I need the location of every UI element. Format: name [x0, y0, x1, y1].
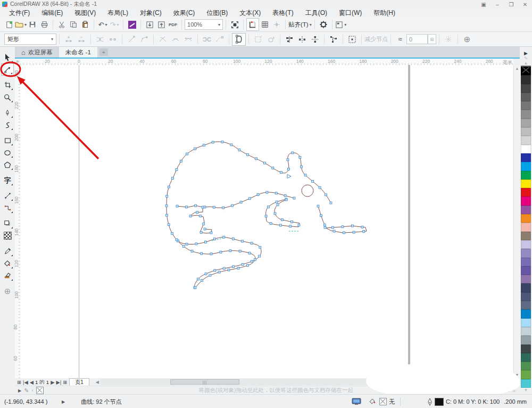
symmetrical-node-button[interactable] [182, 34, 195, 45]
curve-node[interactable] [200, 215, 202, 217]
curve-node[interactable] [324, 226, 326, 229]
curve-node[interactable] [289, 225, 292, 227]
curve-node[interactable] [242, 263, 244, 265]
scroll-up-icon[interactable]: ▲ [516, 65, 519, 70]
color-swatch-26[interactable] [521, 292, 531, 301]
curve-node[interactable] [240, 201, 242, 203]
color-swatch-16[interactable] [521, 206, 531, 214]
curve-node[interactable] [229, 250, 231, 252]
curve-node[interactable] [299, 156, 301, 158]
docpal-expand-icon[interactable]: ▶ [18, 388, 21, 393]
reflect-nodes-vertical-button[interactable] [309, 34, 321, 45]
curve-node[interactable] [209, 274, 211, 276]
curve-node[interactable] [232, 238, 234, 240]
menu-item-2[interactable]: 视图(V) [69, 9, 102, 18]
curve-node[interactable] [292, 152, 294, 154]
curve-node[interactable] [342, 226, 344, 228]
curve-node[interactable] [285, 199, 287, 201]
curve-node[interactable] [221, 141, 223, 143]
color-swatch-1[interactable] [521, 75, 531, 84]
curve-node[interactable] [238, 149, 240, 151]
curve-node[interactable] [203, 144, 205, 146]
curve-node[interactable] [291, 221, 293, 223]
curve-node[interactable] [196, 211, 198, 214]
propbar-plus-button[interactable]: ⊕ [461, 34, 473, 45]
curve-node[interactable] [351, 225, 353, 227]
palette-scroll-up-icon[interactable]: ▲ [524, 61, 528, 66]
account-icon[interactable]: ▣ [477, 1, 491, 8]
page-tab[interactable]: 页1 [69, 378, 89, 386]
reduce-nodes-button[interactable]: 减少节点 [364, 34, 388, 45]
curve-node[interactable] [254, 258, 256, 260]
palette-scroll-down-icon[interactable]: ▼ [524, 388, 528, 393]
snap-grid-toggle[interactable] [442, 34, 455, 45]
curve-node[interactable] [166, 214, 168, 216]
cusp-node-button[interactable] [156, 34, 169, 45]
curve-node[interactable] [230, 144, 232, 146]
curve-node[interactable] [168, 186, 170, 188]
palette-eyedropper-icon[interactable]: ✎ [524, 56, 528, 61]
color-swatch-29[interactable] [521, 319, 531, 327]
add-tool-button[interactable]: ⊕ [1, 285, 14, 297]
curve-node[interactable] [323, 224, 326, 226]
curve-node[interactable] [242, 240, 244, 242]
curve-node[interactable] [267, 206, 269, 208]
color-swatch-6[interactable] [521, 119, 531, 127]
color-swatch-14[interactable] [521, 188, 531, 197]
color-swatch-2[interactable] [521, 84, 531, 93]
color-swatch-20[interactable] [521, 240, 531, 249]
curve-node[interactable] [277, 203, 279, 206]
curve-node[interactable] [319, 186, 321, 189]
add-page-icon-2[interactable]: ⊞ [63, 379, 67, 385]
curve-node[interactable] [191, 250, 193, 252]
ellipse-tool[interactable] [1, 146, 14, 159]
curve-node[interactable] [194, 148, 196, 150]
horizontal-scroll-thumb[interactable]: ||| [170, 379, 239, 385]
palette-start-icon[interactable]: ▶ [524, 51, 528, 56]
curve-node[interactable] [176, 239, 178, 241]
curve-node[interactable] [204, 241, 206, 243]
polygon-tool[interactable] [1, 159, 14, 171]
options-gear-button[interactable] [318, 19, 329, 30]
pick-tool[interactable] [1, 51, 14, 63]
curve-node[interactable] [257, 194, 259, 196]
redo-button[interactable]: ↷▾ [109, 19, 120, 30]
curve-node[interactable] [165, 205, 168, 207]
curve-node[interactable] [176, 205, 178, 207]
color-swatch-36[interactable] [521, 379, 531, 388]
color-swatch-17[interactable] [521, 214, 531, 223]
curve-node[interactable] [312, 180, 314, 182]
restore-button[interactable]: ❐ [504, 1, 518, 8]
curve-node[interactable] [239, 250, 241, 252]
connector-tool[interactable] [1, 202, 14, 214]
curve-node[interactable] [200, 231, 202, 233]
reflect-nodes-horizontal-button[interactable] [296, 34, 309, 45]
curve-node[interactable] [171, 232, 173, 234]
cut-button[interactable] [56, 19, 68, 30]
curve-node[interactable] [274, 213, 276, 215]
menu-item-0[interactable]: 文件(F) [3, 9, 36, 18]
menu-item-9[interactable]: 工具(O) [300, 9, 333, 18]
curve-node[interactable] [272, 167, 274, 169]
extract-subpath-button[interactable] [213, 34, 226, 45]
drop-shadow-tool[interactable] [1, 217, 14, 230]
snap-to-button[interactable]: 贴齐(T)▾ [288, 19, 312, 30]
color-swatch-33[interactable] [521, 353, 531, 362]
color-swatch-31[interactable] [521, 336, 531, 344]
curve-node[interactable] [222, 207, 225, 209]
last-page-button[interactable]: ▶| [56, 379, 61, 385]
curve-path-3[interactable] [189, 207, 212, 233]
color-swatch-0[interactable] [521, 67, 531, 75]
curve-node[interactable] [232, 266, 235, 268]
tab-document[interactable]: 未命名 -1 [59, 47, 97, 58]
menu-item-8[interactable]: 表格(T) [267, 9, 299, 18]
color-swatch-24[interactable] [521, 275, 531, 283]
curve-node[interactable] [213, 206, 215, 208]
add-node-button[interactable] [62, 34, 75, 45]
open-button[interactable]: ▾ [15, 19, 27, 30]
curve-node[interactable] [287, 159, 289, 161]
prev-page-button[interactable]: ◀ [30, 379, 34, 385]
curve-node[interactable] [228, 269, 230, 271]
publish-pdf-button[interactable]: PDF [167, 19, 179, 30]
curve-node[interactable] [186, 243, 188, 245]
